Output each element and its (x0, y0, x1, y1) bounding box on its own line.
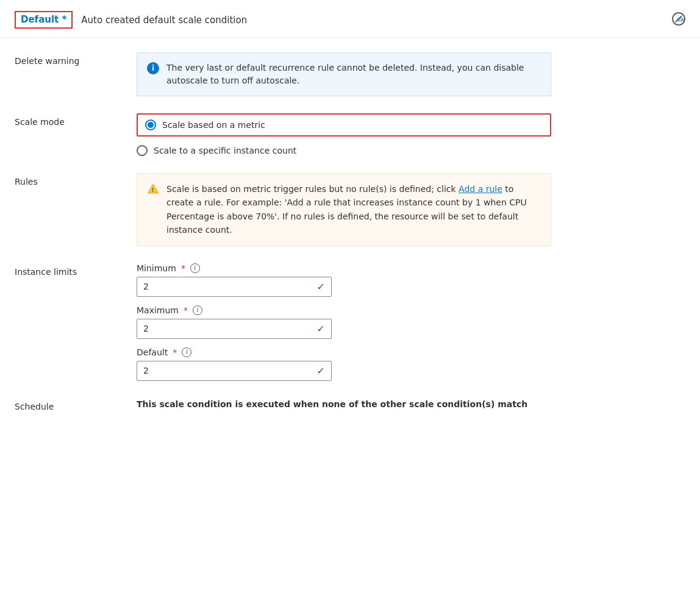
rules-content: ! Scale is based on metric trigger rules… (137, 173, 551, 246)
main-content: Delete warning i The very last or defaul… (0, 38, 700, 443)
rules-warning-box: ! Scale is based on metric trigger rules… (137, 173, 551, 246)
header-title: Auto created default scale condition (81, 15, 671, 26)
maximum-label: Maximum (137, 305, 179, 315)
default-limit-checkmark-icon: ✓ (317, 365, 325, 377)
scale-mode-radio-group: Scale based on a metric Scale to a speci… (137, 113, 551, 156)
maximum-label-row: Maximum * i (137, 305, 551, 315)
minimum-label-row: Minimum * i (137, 263, 551, 273)
schedule-content: This scale condition is executed when no… (137, 398, 551, 411)
default-limit-required-star: * (173, 347, 177, 357)
default-badge: Default * (15, 11, 73, 29)
default-limit-label: Default (137, 347, 168, 357)
minimum-input[interactable]: 2 ✓ (137, 277, 332, 297)
rules-warning-prefix: Scale is based on metric trigger rules b… (166, 184, 459, 194)
add-a-rule-link[interactable]: Add a rule (459, 184, 502, 194)
maximum-value: 2 (143, 324, 149, 333)
rules-warning-text: Scale is based on metric trigger rules b… (166, 182, 541, 237)
minimum-info-icon[interactable]: i (190, 263, 200, 273)
svg-text:!: ! (151, 187, 154, 193)
default-limit-input[interactable]: 2 ✓ (137, 361, 332, 381)
instance-limits-row: Instance limits Minimum * i 2 ✓ (15, 263, 685, 381)
schedule-label: Schedule (15, 398, 137, 411)
rules-row: Rules ! Scale is based on metric trigger… (15, 173, 685, 246)
maximum-input[interactable]: 2 ✓ (137, 319, 332, 339)
default-limit-label-row: Default * i (137, 347, 551, 357)
radio-label-scale-count: Scale to a specific instance count (154, 146, 296, 155)
default-limit-group: Default * i 2 ✓ (137, 347, 551, 381)
delete-warning-row: Delete warning i The very last or defaul… (15, 52, 685, 96)
instance-limits-content: Minimum * i 2 ✓ Maximum * (137, 263, 551, 381)
header-row: Default * Auto created default scale con… (0, 0, 700, 38)
delete-warning-label: Delete warning (15, 52, 137, 66)
radio-circle-scale-count (137, 145, 148, 156)
scale-mode-content: Scale based on a metric Scale to a speci… (137, 113, 551, 156)
radio-option-scale-metric[interactable]: Scale based on a metric (137, 113, 551, 137)
minimum-required-star: * (181, 263, 185, 273)
default-limit-info-icon[interactable]: i (182, 347, 191, 357)
minimum-checkmark-icon: ✓ (317, 281, 325, 293)
instance-limits-label: Instance limits (15, 263, 137, 277)
radio-option-scale-count[interactable]: Scale to a specific instance count (137, 145, 551, 156)
radio-label-scale-metric: Scale based on a metric (162, 120, 265, 130)
warning-triangle-icon: ! (147, 183, 159, 195)
minimum-value: 2 (143, 282, 149, 291)
maximum-info-icon[interactable]: i (193, 305, 202, 315)
delete-warning-content: i The very last or default recurrence ru… (137, 52, 551, 96)
maximum-group: Maximum * i 2 ✓ (137, 305, 551, 339)
page-container: Default * Auto created default scale con… (0, 0, 700, 615)
rules-label: Rules (15, 173, 137, 187)
info-icon: i (147, 62, 159, 74)
scale-mode-label: Scale mode (15, 113, 137, 127)
radio-circle-scale-metric (145, 119, 156, 130)
schedule-row: Schedule This scale condition is execute… (15, 398, 685, 411)
delete-warning-box: i The very last or default recurrence ru… (137, 52, 551, 96)
default-limit-value: 2 (143, 366, 149, 375)
schedule-message: This scale condition is executed when no… (137, 398, 551, 411)
delete-warning-text: The very last or default recurrence rule… (166, 62, 541, 87)
maximum-checkmark-icon: ✓ (317, 323, 325, 335)
maximum-required-star: * (184, 305, 188, 315)
scale-mode-row: Scale mode Scale based on a metric Scale… (15, 113, 685, 156)
instance-limits-fields: Minimum * i 2 ✓ Maximum * (137, 263, 551, 381)
minimum-group: Minimum * i 2 ✓ (137, 263, 551, 297)
minimum-label: Minimum (137, 263, 176, 273)
disable-icon[interactable] (672, 12, 685, 26)
